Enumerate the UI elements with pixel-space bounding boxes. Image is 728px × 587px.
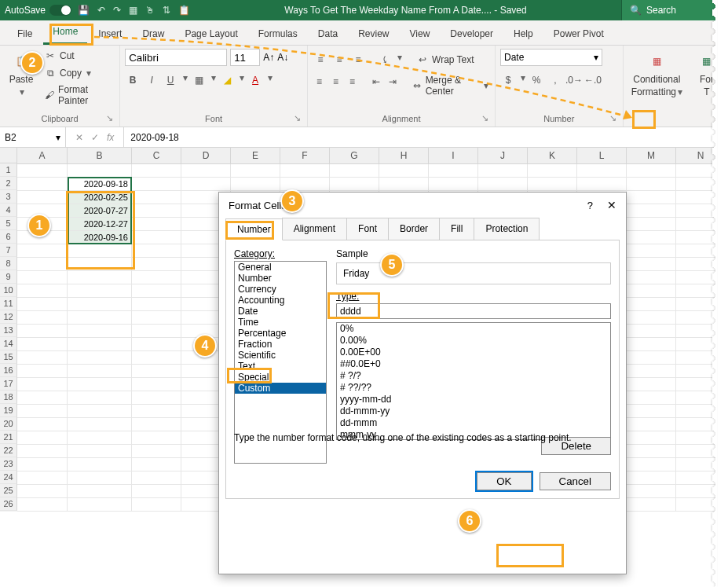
row-head-5[interactable]: 5: [0, 217, 17, 230]
cell-B1[interactable]: [68, 164, 132, 178]
row-head-7[interactable]: 7: [0, 244, 17, 257]
align-bottom-icon[interactable]: ≡: [350, 52, 366, 68]
category-item[interactable]: General: [235, 262, 326, 273]
orientation-icon[interactable]: ⤹: [377, 52, 393, 68]
font-size-input[interactable]: [230, 49, 260, 66]
col-head-K[interactable]: K: [528, 148, 577, 163]
cell-A25[interactable]: [17, 485, 68, 498]
row-head-14[interactable]: 14: [0, 337, 17, 350]
cell-A17[interactable]: [17, 378, 68, 391]
row-head-15[interactable]: 15: [0, 350, 17, 364]
cell-B8[interactable]: [68, 258, 132, 271]
cell-C24[interactable]: [132, 471, 181, 485]
type-list[interactable]: 0%0.00%0.00E+00##0.0E+0# ?/?# ??/??yyyy-…: [336, 322, 611, 440]
cell-B16[interactable]: [68, 365, 132, 378]
cell-K1[interactable]: [528, 164, 577, 178]
type-list-item[interactable]: 0.00E+00: [340, 347, 607, 358]
row-head-26[interactable]: 26: [0, 497, 17, 511]
cell-C3[interactable]: [132, 191, 181, 204]
increase-indent-icon[interactable]: ⇥: [386, 74, 399, 90]
cell-B14[interactable]: [68, 338, 132, 351]
cell-I2[interactable]: [429, 178, 478, 191]
cell-M23[interactable]: [627, 458, 676, 471]
col-head-G[interactable]: G: [330, 148, 379, 163]
dialog-launcher-icon[interactable]: ↘: [294, 113, 301, 123]
cell-C2[interactable]: [132, 178, 181, 191]
cell-I1[interactable]: [429, 164, 478, 178]
col-head-B[interactable]: B: [68, 148, 132, 163]
cell-B4[interactable]: 2020-07-27: [68, 204, 132, 218]
col-head-E[interactable]: E: [231, 148, 280, 163]
align-top-icon[interactable]: ≡: [313, 52, 328, 68]
col-head-D[interactable]: D: [181, 148, 231, 163]
cell-C8[interactable]: [132, 258, 181, 271]
font-name-input[interactable]: [125, 49, 227, 66]
cell-A16[interactable]: [17, 365, 68, 378]
border-icon[interactable]: ▦: [191, 72, 207, 88]
cell-M4[interactable]: [627, 204, 676, 218]
cell-A13[interactable]: [17, 325, 68, 338]
cell-C11[interactable]: [132, 298, 181, 311]
cell-M11[interactable]: [627, 298, 676, 311]
cell-A19[interactable]: [17, 405, 68, 418]
cell-H2[interactable]: [379, 178, 429, 191]
cell-B21[interactable]: [68, 431, 132, 445]
category-item[interactable]: Scientific: [235, 350, 326, 361]
cell-A18[interactable]: [17, 391, 68, 405]
help-icon[interactable]: ?: [587, 200, 593, 211]
cell-A24[interactable]: [17, 471, 68, 485]
italic-icon[interactable]: I: [144, 72, 159, 88]
row-head-1[interactable]: 1: [0, 163, 17, 177]
category-item[interactable]: Currency: [235, 284, 326, 295]
cell-M17[interactable]: [627, 378, 676, 391]
dlg-tab-protection[interactable]: Protection: [474, 218, 540, 240]
comma-icon[interactable]: ,: [547, 72, 563, 88]
cell-M2[interactable]: [627, 178, 676, 191]
tab-help[interactable]: Help: [504, 22, 543, 45]
tab-draw[interactable]: Draw: [133, 22, 174, 45]
category-item[interactable]: Date: [235, 306, 326, 317]
cell-L1[interactable]: [577, 164, 627, 178]
merge-center-button[interactable]: ⇔Merge & Center▾: [411, 74, 490, 97]
search-box[interactable]: 🔍 Search: [621, 0, 723, 20]
cell-C26[interactable]: [132, 498, 181, 512]
conditional-formatting-button[interactable]: ▦ Conditional Formatting▾: [628, 49, 686, 99]
cell-J1[interactable]: [478, 164, 528, 178]
cell-M16[interactable]: [627, 365, 676, 378]
row-head-21[interactable]: 21: [0, 431, 17, 444]
dlg-tab-alignment[interactable]: Alignment: [282, 218, 347, 240]
row-head-2[interactable]: 2: [0, 177, 17, 190]
row-head-12[interactable]: 12: [0, 310, 17, 324]
cell-B25[interactable]: [68, 485, 132, 498]
autosave-toggle[interactable]: [49, 5, 71, 16]
tab-review[interactable]: Review: [349, 22, 398, 45]
row-head-18[interactable]: 18: [0, 391, 17, 404]
cell-M8[interactable]: [627, 258, 676, 271]
cell-M13[interactable]: [627, 325, 676, 338]
decrease-indent-icon[interactable]: ⇤: [369, 74, 382, 90]
col-head-C[interactable]: C: [132, 148, 181, 163]
cell-M24[interactable]: [627, 471, 676, 485]
col-head-H[interactable]: H: [379, 148, 429, 163]
cell-B22[interactable]: [68, 445, 132, 458]
cell-C13[interactable]: [132, 325, 181, 338]
tab-view[interactable]: View: [401, 22, 440, 45]
select-all-corner[interactable]: [0, 148, 17, 163]
align-middle-icon[interactable]: ≡: [331, 52, 347, 68]
cell-C12[interactable]: [132, 311, 181, 325]
cell-C1[interactable]: [132, 164, 181, 178]
row-head-19[interactable]: 19: [0, 404, 17, 417]
cell-A2[interactable]: [17, 178, 68, 191]
tab-power-pivot[interactable]: Power Pivot: [544, 22, 613, 45]
number-format-select[interactable]: Date▾: [500, 49, 602, 66]
tab-file[interactable]: File: [8, 22, 42, 45]
cell-M21[interactable]: [627, 431, 676, 445]
tab-page-layout[interactable]: Page Layout: [175, 22, 247, 45]
cell-B9[interactable]: [68, 271, 132, 284]
cell-B24[interactable]: [68, 471, 132, 485]
type-list-item[interactable]: # ??/??: [340, 382, 607, 394]
cell-M22[interactable]: [627, 445, 676, 458]
cell-C20[interactable]: [132, 418, 181, 431]
save-icon[interactable]: 💾: [78, 5, 90, 16]
dlg-tab-fill[interactable]: Fill: [439, 218, 474, 240]
